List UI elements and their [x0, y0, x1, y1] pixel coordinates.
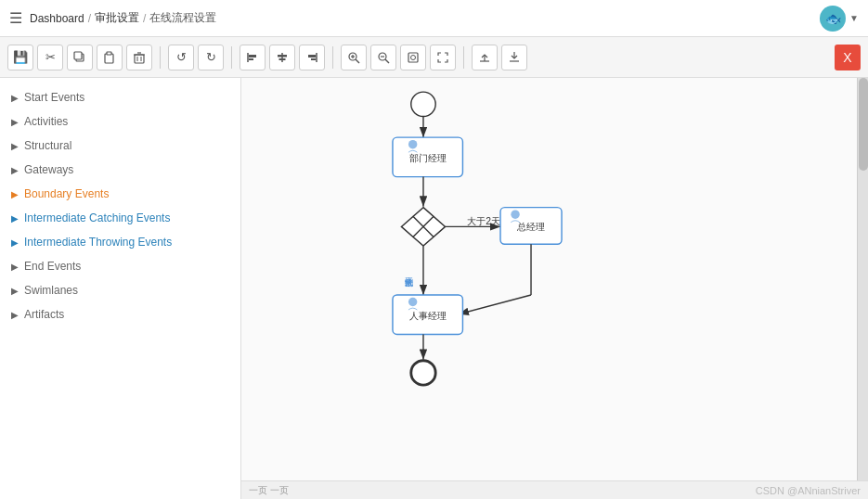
toolbar-sep3 [332, 46, 333, 69]
import-button[interactable] [472, 45, 498, 70]
general-manager-label: 总经理 [516, 222, 545, 232]
toolbar: 💾 ✂ ↺ ↻ [0, 37, 868, 78]
vertical-scrollbar-thumb[interactable] [859, 78, 868, 171]
undo-button[interactable]: ↺ [168, 45, 194, 70]
sidebar-item-label: Intermediate Throwing Events [24, 236, 172, 249]
chevron-right-icon: ▶ [11, 189, 19, 199]
sidebar-item-label: Boundary Events [24, 187, 109, 200]
breadcrumb-current: 在线流程设置 [149, 10, 216, 26]
watermark-text: CSDN @ANnianStriver [756, 485, 861, 496]
align-right-button[interactable] [299, 45, 325, 70]
fullscreen-button[interactable] [430, 45, 456, 70]
svg-line-41 [459, 295, 531, 314]
sidebar-item-label: Start Events [24, 91, 84, 104]
sidebar-item-label: Gateways [24, 163, 73, 176]
chevron-right-icon: ▶ [11, 310, 19, 320]
vertical-label: 水平分割线 [406, 277, 414, 288]
sidebar-item-gateways[interactable]: ▶ Gateways [0, 158, 240, 182]
hr-label: 人事经理 [409, 311, 447, 321]
zoom-fit-button[interactable] [400, 45, 426, 70]
sidebar-item-intermediate-throwing[interactable]: ▶ Intermediate Throwing Events [0, 230, 240, 254]
breadcrumb-approval[interactable]: 审批设置 [95, 10, 139, 26]
sidebar-item-label: Structural [24, 139, 71, 152]
sidebar-item-artifacts[interactable]: ▶ Artifacts [0, 302, 240, 326]
dept-manager-label: 部门经理 [409, 153, 447, 163]
avatar-dropdown-arrow[interactable]: ▼ [849, 13, 859, 23]
sidebar-item-intermediate-catching[interactable]: ▶ Intermediate Catching Events [0, 206, 240, 230]
paste-button[interactable] [97, 45, 123, 70]
chevron-right-icon: ▶ [11, 165, 19, 175]
vertical-scrollbar[interactable] [857, 78, 868, 480]
bottom-left-text: 一页 一页 [249, 484, 289, 497]
svg-rect-1 [74, 52, 82, 59]
chevron-right-icon: ▶ [11, 117, 19, 127]
save-button[interactable]: 💾 [7, 45, 33, 70]
cut-button[interactable]: ✂ [37, 45, 63, 70]
svg-line-23 [385, 59, 389, 63]
breadcrumb-sep1: / [88, 12, 91, 25]
svg-rect-11 [249, 58, 253, 60]
sidebar-item-boundary-events[interactable]: ▶ Boundary Events [0, 182, 240, 206]
svg-rect-14 [279, 58, 286, 60]
topbar: ☰ Dashboard / 审批设置 / 在线流程设置 🐟 ▼ [0, 0, 868, 37]
toolbar-sep4 [463, 46, 464, 69]
copy-button[interactable] [67, 45, 93, 70]
breadcrumb-sep2: / [143, 12, 146, 25]
breadcrumb: Dashboard / 审批设置 / 在线流程设置 [30, 10, 216, 26]
svg-rect-13 [278, 55, 287, 58]
svg-point-26 [411, 55, 416, 59]
svg-rect-3 [107, 52, 111, 55]
canvas-content: 部门经理 大于2天 总经理 水平分割线 [241, 78, 868, 480]
svg-point-42 [408, 298, 417, 306]
zoom-in-button[interactable] [341, 45, 367, 70]
close-button[interactable]: X [835, 45, 861, 70]
sidebar-item-label: Intermediate Catching Events [24, 211, 170, 224]
main-container: ▶ Start Events ▶ Activities ▶ Structural… [0, 78, 868, 499]
align-left-button[interactable] [240, 45, 266, 70]
svg-rect-4 [135, 55, 144, 63]
end-event-circle[interactable] [411, 361, 435, 385]
sidebar-item-label: Swimlanes [24, 284, 78, 297]
sidebar-item-structural[interactable]: ▶ Structural [0, 134, 240, 158]
sidebar-item-label: Activities [24, 115, 68, 128]
sidebar-item-end-events[interactable]: ▶ End Events [0, 254, 240, 278]
start-event-circle[interactable] [411, 92, 435, 116]
svg-point-33 [408, 140, 417, 148]
svg-rect-10 [249, 55, 256, 58]
svg-rect-16 [308, 55, 316, 58]
gateway-label-2days: 大于2天 [467, 216, 500, 226]
svg-rect-25 [408, 53, 418, 62]
avatar-button[interactable]: 🐟 [820, 6, 846, 32]
delete-button[interactable] [126, 45, 152, 70]
chevron-right-icon: ▶ [11, 237, 19, 248]
redo-button[interactable]: ↻ [198, 45, 224, 70]
bpmn-diagram[interactable]: 部门经理 大于2天 总经理 水平分割线 [241, 78, 868, 480]
sidebar-item-label: Artifacts [24, 308, 64, 321]
chevron-right-icon: ▶ [11, 213, 19, 224]
svg-rect-17 [311, 58, 316, 60]
svg-line-19 [356, 59, 359, 63]
zoom-out-button[interactable] [370, 45, 396, 70]
canvas-area[interactable]: 部门经理 大于2天 总经理 水平分割线 [241, 78, 868, 499]
chevron-right-icon: ▶ [11, 262, 19, 272]
breadcrumb-dashboard[interactable]: Dashboard [30, 12, 84, 25]
export-button[interactable] [501, 45, 527, 70]
toolbar-sep2 [231, 46, 232, 69]
sidebar-item-start-events[interactable]: ▶ Start Events [0, 85, 240, 109]
chevron-right-icon: ▶ [11, 141, 19, 151]
chevron-right-icon: ▶ [11, 286, 19, 296]
sidebar-item-activities[interactable]: ▶ Activities [0, 109, 240, 134]
bottom-bar: 一页 一页 CSDN @ANnianStriver [241, 480, 868, 499]
sidebar: ▶ Start Events ▶ Activities ▶ Structural… [0, 78, 241, 499]
align-center-button[interactable] [269, 45, 295, 70]
topbar-right: 🐟 ▼ [820, 6, 859, 32]
toolbar-sep1 [160, 46, 161, 69]
svg-point-38 [511, 210, 519, 218]
sidebar-item-swimlanes[interactable]: ▶ Swimlanes [0, 278, 240, 302]
chevron-right-icon: ▶ [11, 93, 19, 103]
sidebar-item-label: End Events [24, 260, 81, 273]
menu-icon[interactable]: ☰ [9, 9, 22, 27]
